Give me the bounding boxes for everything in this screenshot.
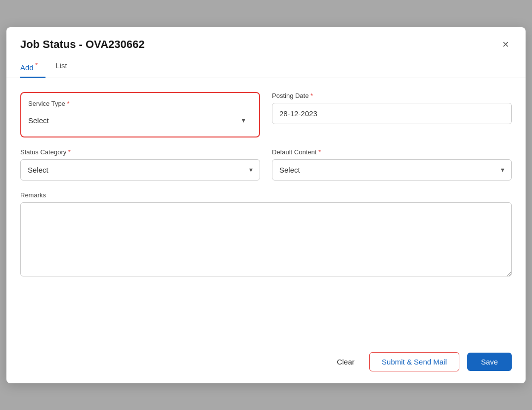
default-content-select-container: Select ▾: [272, 159, 512, 181]
form-row-1: Service Type * Select ▾: [20, 92, 512, 137]
remarks-label: Remarks: [20, 191, 512, 199]
close-button[interactable]: ×: [499, 38, 512, 51]
tab-add-required-star: *: [34, 61, 38, 69]
clear-button[interactable]: Clear: [330, 353, 361, 371]
service-type-group: Service Type * Select ▾: [20, 92, 260, 137]
status-category-select[interactable]: Select: [21, 160, 260, 180]
posting-date-label: Posting Date *: [272, 92, 512, 99]
posting-date-required: *: [310, 92, 313, 99]
tabs-container: Add * List: [6, 56, 526, 78]
modal-header: Job Status - OVA230662 ×: [6, 27, 526, 56]
tab-add[interactable]: Add *: [20, 56, 45, 78]
default-content-group: Default Content * Select ▾: [272, 148, 512, 181]
service-type-required: *: [67, 100, 70, 107]
modal-title: Job Status - OVA230662: [20, 38, 144, 51]
form-row-2: Status Category * Select ▾ Default Conte…: [20, 148, 512, 181]
default-content-select[interactable]: Select: [272, 160, 511, 180]
posting-date-group: Posting Date *: [272, 92, 512, 137]
status-category-required: *: [68, 148, 71, 156]
posting-date-input[interactable]: [272, 103, 512, 124]
form-row-3: Remarks: [20, 191, 512, 276]
modal-dialog: Job Status - OVA230662 × Add * List Serv…: [6, 27, 526, 383]
default-content-label: Default Content *: [272, 148, 512, 156]
service-type-container: Service Type * Select ▾: [20, 92, 260, 137]
status-category-group: Status Category * Select ▾: [20, 148, 260, 181]
status-category-label: Status Category *: [20, 148, 260, 156]
remarks-group: Remarks: [20, 191, 512, 276]
service-type-label: Service Type *: [28, 100, 252, 107]
default-content-required: *: [318, 148, 321, 156]
remarks-textarea[interactable]: [20, 202, 512, 276]
submit-send-mail-button[interactable]: Submit & Send Mail: [369, 352, 459, 371]
status-category-select-container: Select ▾: [20, 159, 260, 181]
modal-overlay: Job Status - OVA230662 × Add * List Serv…: [0, 0, 532, 410]
service-type-select[interactable]: Select: [28, 111, 252, 130]
service-type-select-wrapper: Select ▾: [28, 111, 252, 130]
tab-list[interactable]: List: [55, 56, 75, 78]
save-button[interactable]: Save: [467, 353, 512, 371]
modal-body: Service Type * Select ▾: [6, 78, 526, 344]
modal-footer: Clear Submit & Send Mail Save: [6, 344, 526, 383]
